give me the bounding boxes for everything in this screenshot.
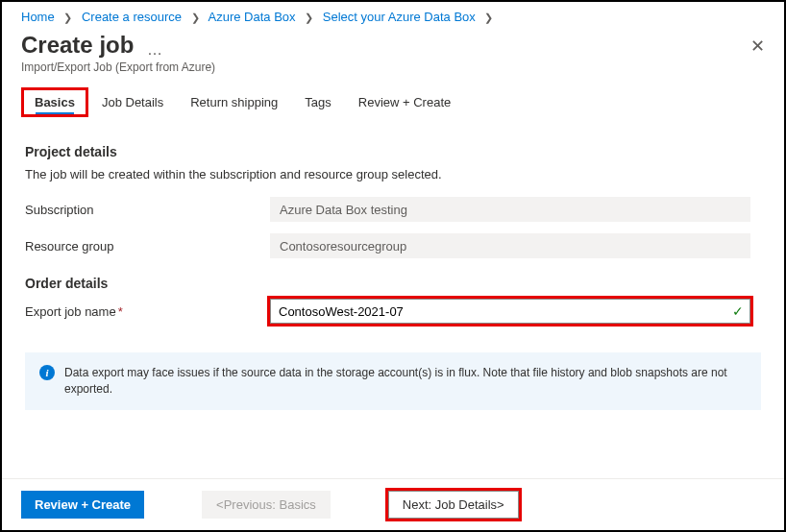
- check-icon: ✓: [732, 303, 744, 319]
- breadcrumb-azure-data-box[interactable]: Azure Data Box: [209, 10, 296, 24]
- project-details-heading: Project details: [25, 144, 761, 159]
- footer: Review + Create <Previous: Basics Next: …: [2, 478, 784, 530]
- chevron-right-icon: ❯: [63, 12, 72, 23]
- tab-tags[interactable]: Tags: [291, 87, 344, 117]
- project-details-description: The job will be created within the subsc…: [25, 167, 761, 181]
- tab-review-create[interactable]: Review + Create: [345, 87, 464, 117]
- subscription-label: Subscription: [25, 203, 270, 217]
- export-job-name-label: Export job name*: [25, 304, 270, 319]
- page-title: Create job: [21, 32, 134, 58]
- export-job-name-input-wrap: ✓: [270, 299, 750, 324]
- breadcrumb-create-resource[interactable]: Create a resource: [82, 10, 182, 24]
- export-job-name-input[interactable]: [271, 301, 732, 323]
- info-icon: i: [39, 365, 55, 380]
- chevron-right-icon: ❯: [191, 12, 200, 23]
- subscription-field: [270, 197, 750, 222]
- order-details-heading: Order details: [25, 276, 761, 291]
- page-subtitle: Import/Export Job (Export from Azure): [2, 59, 784, 87]
- resource-group-field: [270, 233, 750, 258]
- tab-return-shipping[interactable]: Return shipping: [177, 87, 291, 117]
- info-text: Data export may face issues if the sourc…: [64, 365, 747, 398]
- breadcrumb-home[interactable]: Home: [21, 10, 55, 24]
- close-icon[interactable]: ✕: [750, 32, 765, 55]
- more-icon[interactable]: …: [147, 41, 162, 58]
- chevron-right-icon: ❯: [305, 12, 313, 23]
- chevron-right-icon: ❯: [484, 12, 493, 23]
- breadcrumb: Home ❯ Create a resource ❯ Azure Data Bo…: [2, 2, 784, 26]
- required-indicator: *: [118, 304, 123, 319]
- resource-group-label: Resource group: [25, 239, 270, 254]
- info-banner: i Data export may face issues if the sou…: [25, 352, 761, 410]
- next-button[interactable]: Next: Job Details>: [388, 491, 519, 519]
- tab-job-details[interactable]: Job Details: [88, 87, 177, 117]
- breadcrumb-select-data-box[interactable]: Select your Azure Data Box: [323, 10, 476, 24]
- previous-button: <Previous: Basics: [202, 491, 331, 519]
- review-create-button[interactable]: Review + Create: [21, 491, 144, 519]
- tab-basics[interactable]: Basics: [21, 87, 88, 117]
- tabs: Basics Job Details Return shipping Tags …: [2, 87, 784, 117]
